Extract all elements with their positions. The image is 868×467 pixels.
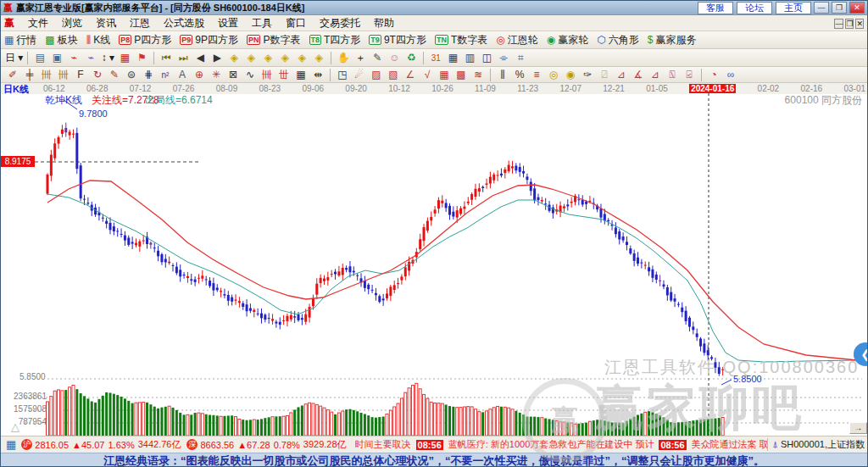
mdi-close-button[interactable]: ✕ — [855, 19, 864, 29]
hatch-lines-icon[interactable]: ≋ — [470, 68, 486, 81]
minimize-button[interactable]: — — [814, 2, 829, 14]
gann-grid-gold-2-icon[interactable]: 卌 — [56, 68, 71, 81]
toolbar-button-p-square[interactable]: P8P四方形 — [119, 33, 171, 47]
toolbar-button-kline[interactable]: ⫼K线 — [86, 33, 111, 47]
toolbar-button-sectors[interactable]: ▩板块 — [45, 33, 77, 47]
red-grid-icon[interactable]: ▦ — [117, 51, 132, 64]
annotate-tool-icon[interactable]: ✎ — [370, 51, 385, 64]
gold-circle-1-icon[interactable]: ◎ — [546, 68, 561, 81]
toolbar-button-winner-service[interactable]: $赢家服务 — [648, 33, 697, 47]
toolbar-button-t-number-table[interactable]: TNT数字表 — [435, 33, 487, 47]
angle-down-5-icon[interactable]: ⍃ — [682, 68, 697, 81]
angle-down-3-icon[interactable]: ⊿ — [648, 68, 663, 81]
check-line-icon[interactable]: √ — [420, 68, 435, 81]
fibonacci-f-icon[interactable]: F — [73, 68, 88, 81]
span-arrows-icon[interactable]: ⇹ — [310, 68, 326, 81]
cycle-circle-icon[interactable]: ⊜ — [124, 68, 139, 81]
customer-service-button[interactable]: 客服 — [698, 2, 733, 14]
menu-item-浏览[interactable]: 浏览 — [55, 16, 89, 30]
angle-pen-icon[interactable]: ∠ — [403, 68, 418, 81]
red-fence-2-icon[interactable]: 丗 — [276, 68, 292, 81]
menu-item-设置[interactable]: 设置 — [211, 16, 245, 30]
time-ruler-icon[interactable]: ⋕ — [141, 68, 156, 81]
toolbar-button-9t-square[interactable]: T99T四方形 — [369, 33, 426, 47]
pie-sphere-icon[interactable]: ◔ — [706, 68, 721, 81]
zoom-diamond-6-icon[interactable]: ◈ — [311, 51, 326, 64]
period-day-dropdown-icon[interactable]: 日 ▾ — [5, 51, 23, 64]
angle-down-4-icon[interactable]: ⍂ — [665, 68, 680, 81]
red-grid-box-1-icon[interactable]: ▨ — [369, 68, 384, 81]
target-circle-icon[interactable]: ⊕ — [192, 68, 207, 81]
mdi-restore-button[interactable]: ❐ — [845, 19, 854, 29]
mdi-minimize-button[interactable]: — — [834, 19, 843, 29]
menu-item-工具[interactable]: 工具 — [245, 16, 279, 30]
spiral-icon[interactable]: ↻ — [90, 68, 105, 81]
big-grid-2-icon[interactable]: ▩ — [453, 68, 469, 81]
box-x-icon[interactable]: ⊠ — [225, 68, 241, 81]
toolbar-button-gann-wheel[interactable]: ◎江恩轮 — [496, 33, 537, 47]
window-layout-icon[interactable]: ▤ — [32, 51, 47, 64]
candle-style-dropdown-icon[interactable]: ↕ ▾ — [100, 51, 115, 64]
toolbar-button-winner-wheel[interactable]: ◉赢家轮 — [547, 33, 588, 47]
menu-item-文件[interactable]: 文件 — [21, 16, 55, 30]
homepage-button[interactable]: 主页 — [776, 2, 811, 14]
hand-tool-icon[interactable]: ✋ — [336, 51, 351, 64]
big-grid-1-icon[interactable]: ▦ — [437, 68, 452, 81]
forum-button[interactable]: 论坛 — [737, 2, 772, 14]
red-rays-icon[interactable]: ☄ — [352, 68, 367, 81]
step-forward-icon[interactable]: ▶ — [209, 51, 225, 64]
slope-box-icon[interactable]: ⍁ — [597, 68, 612, 81]
wave-tool-icon[interactable]: ∿ — [242, 68, 258, 81]
save-icon[interactable]: ◫ — [479, 51, 494, 64]
menu-item-公式选股[interactable]: 公式选股 — [157, 16, 211, 30]
toolbar-button-t-square[interactable]: T8T四方形 — [309, 33, 361, 47]
scroll-right-button[interactable]: → — [849, 422, 867, 434]
toolbar-button-9p-square[interactable]: P99P四方形 — [180, 33, 238, 47]
zoom-diamond-4-icon[interactable]: ◈ — [277, 51, 292, 64]
gann-fan-small-icon[interactable]: ╪ — [22, 68, 37, 81]
zoom-diamond-3-icon[interactable]: ◈ — [260, 51, 275, 64]
mini-kline-purple-icon[interactable]: ⌁ — [83, 51, 98, 64]
compass-pen-icon[interactable]: ✎ — [107, 68, 122, 81]
flag-icon[interactable]: ⚑ — [134, 51, 149, 64]
net-send-icon[interactable]: ⌯ — [496, 51, 511, 64]
red-grid-box-2-icon[interactable]: ▧ — [386, 68, 401, 81]
ink-pen-icon[interactable]: ✑ — [580, 68, 595, 81]
close-button[interactable]: ✕ — [849, 2, 865, 14]
grid-box-icon[interactable]: ▦ — [293, 68, 309, 81]
zoom-diamond-2-icon[interactable]: ◈ — [243, 51, 259, 64]
calendar-icon[interactable]: 31 — [428, 51, 443, 64]
menu-item-窗口[interactable]: 窗口 — [279, 16, 313, 30]
mini-kline-red-icon[interactable]: ⌁ — [66, 51, 81, 64]
ratio-bars-icon[interactable]: ⫼ — [495, 68, 510, 81]
zoom-diamond-1-icon[interactable]: ◈ — [226, 51, 242, 64]
n-squared-icon[interactable]: n² — [158, 68, 173, 81]
step-back-icon[interactable]: ◀ — [192, 51, 208, 64]
menu-item-江恩[interactable]: 江恩 — [123, 16, 157, 30]
quotes-grid-icon[interactable]: ▦ — [6, 438, 16, 451]
draw-pen-icon[interactable]: ✐ — [5, 68, 20, 81]
menu-item-资讯[interactable]: 资讯 — [89, 16, 123, 30]
jump-first-icon[interactable]: ⏮ — [159, 51, 174, 64]
gann-grid-gold-1-icon[interactable]: 卌 — [39, 68, 54, 81]
toolbar-button-hexagon[interactable]: ⬡六角形 — [597, 33, 638, 47]
toolbar-button-p-number-table[interactable]: PNP数字表 — [247, 33, 301, 47]
menu-item-交易委托[interactable]: 交易委托 — [313, 16, 367, 30]
percent-lines-icon[interactable]: ≡ — [529, 68, 544, 81]
net-sync-icon[interactable]: ⌗ — [513, 51, 528, 64]
red-fence-1-icon[interactable]: 卌 — [259, 68, 275, 81]
calculator-icon[interactable]: ▦ — [445, 51, 460, 64]
menu-item-帮助[interactable]: 帮助 — [367, 16, 401, 30]
crosshair-tool-icon[interactable]: ＋ — [353, 51, 368, 64]
info-panel-icon[interactable]: ▣ — [49, 51, 64, 64]
infinity-icon[interactable]: ∞ — [723, 68, 738, 81]
zoom-diamond-5-icon[interactable]: ◈ — [294, 51, 309, 64]
toolbar-button-quotes[interactable]: ▦行情 — [4, 33, 36, 47]
restore-button[interactable]: ❐ — [832, 2, 847, 14]
coin-marker-icon[interactable]: ♻ — [403, 51, 419, 64]
notebook-icon[interactable]: ▥ — [462, 51, 477, 64]
star-burst-icon[interactable]: ✳ — [209, 68, 224, 81]
corner-box-icon[interactable]: ◳ — [335, 68, 350, 81]
angle-tool-icon[interactable]: A — [175, 68, 190, 81]
face-marker-icon[interactable]: ☺ — [387, 51, 402, 64]
